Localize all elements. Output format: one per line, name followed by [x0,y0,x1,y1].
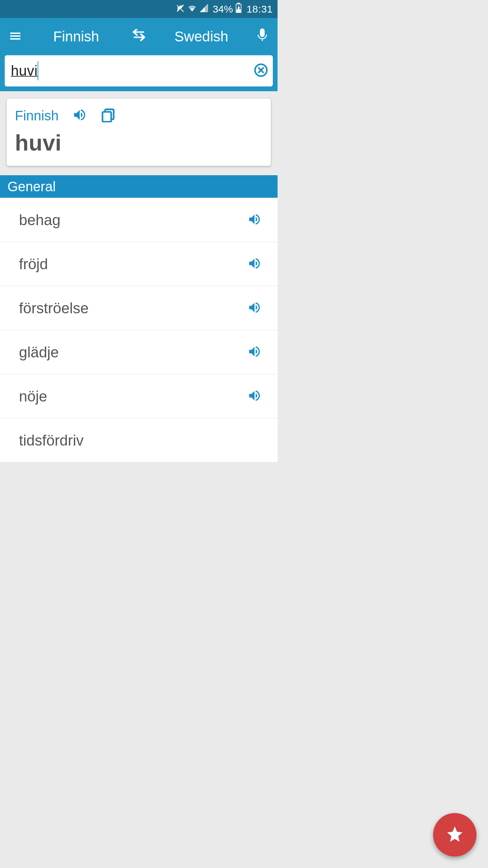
speaker-icon [247,212,262,228]
menu-button[interactable] [0,29,30,44]
svg-rect-1 [238,3,240,4]
mute-icon [176,3,185,15]
search-box: huvi [5,55,273,86]
result-pronounce-button[interactable] [245,256,264,272]
copy-icon [101,118,116,123]
content-area: Finnish huvi [0,91,278,166]
clear-icon [254,63,268,79]
section-header: General [0,175,278,198]
results-list: behag fröjd förströelse glädje nöje tids… [0,198,278,462]
result-row[interactable]: nöje [0,374,278,418]
result-word: fröjd [19,256,245,273]
source-language[interactable]: Finnish [30,28,122,45]
swap-icon [131,29,147,44]
result-word: tidsfördriv [19,432,245,449]
battery-charging-icon [236,3,242,15]
result-row[interactable]: glädje [0,330,278,374]
signal-icon [200,3,208,15]
speaker-icon [247,344,262,360]
result-row[interactable]: fröjd [0,242,278,286]
result-word: glädje [19,344,245,361]
result-word: behag [19,212,245,229]
battery-percent: 34% [212,3,233,15]
search-row: huvi [0,55,278,86]
search-input[interactable]: huvi [11,61,38,80]
word-card: Finnish huvi [7,99,271,166]
voice-input-button[interactable] [247,28,278,45]
mic-icon [257,28,268,45]
result-row[interactable]: tidsfördriv [0,418,278,462]
speaker-icon [247,256,262,272]
language-row: Finnish Swedish [0,18,278,55]
card-word: huvi [15,130,263,156]
clear-search-button[interactable] [251,63,268,79]
swap-languages-button[interactable] [122,29,156,44]
result-pronounce-button[interactable] [245,344,264,360]
speaker-icon [72,118,87,123]
result-pronounce-button[interactable] [245,300,264,316]
result-word: nöje [19,388,245,405]
speaker-icon [247,300,262,316]
result-word: förströelse [19,300,245,317]
result-row[interactable]: förströelse [0,286,278,330]
pronounce-button[interactable] [72,107,87,124]
result-pronounce-button[interactable] [245,389,264,404]
result-row[interactable]: behag [0,198,278,242]
clock-time: 18:31 [246,3,273,15]
menu-icon [8,29,22,44]
target-language[interactable]: Swedish [156,28,247,45]
status-bar: 34% 18:31 [0,0,278,18]
svg-rect-5 [102,112,111,122]
result-pronounce-button[interactable] [245,212,264,228]
wifi-icon [187,3,197,15]
card-language-label: Finnish [15,108,59,123]
speaker-icon [247,389,262,404]
copy-button[interactable] [101,107,116,124]
app-header: Finnish Swedish huvi [0,18,278,91]
